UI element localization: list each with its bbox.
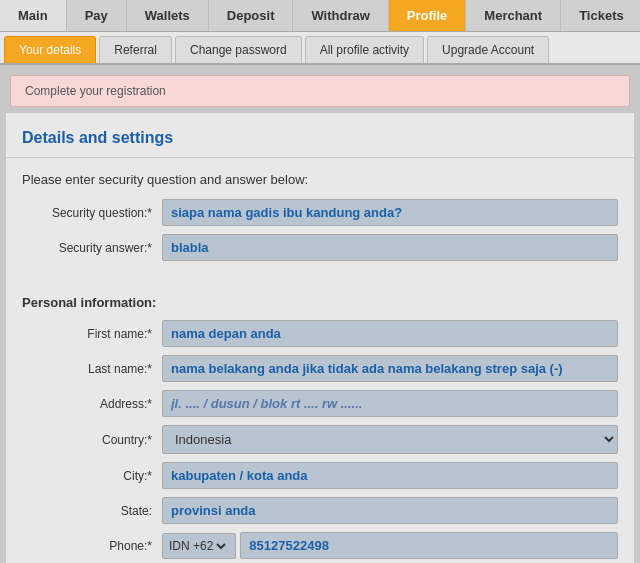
nav-withdraw[interactable]: Withdraw: [293, 0, 388, 31]
city-row: City:*: [22, 462, 618, 489]
first-name-input[interactable]: [162, 320, 618, 347]
address-label: Address:*: [22, 397, 162, 411]
security-question-label: Security question:*: [22, 206, 162, 220]
nav-tickets[interactable]: Tickets: [561, 0, 640, 31]
security-answer-label: Security answer:*: [22, 241, 162, 255]
subnav-all-profile-activity[interactable]: All profile activity: [305, 36, 424, 63]
form-area: Please enter security question and answe…: [6, 172, 634, 559]
nav-merchant[interactable]: Merchant: [466, 0, 561, 31]
address-input[interactable]: [162, 390, 618, 417]
subnav-referral[interactable]: Referral: [99, 36, 172, 63]
last-name-row: Last name:*: [22, 355, 618, 382]
phone-prefix-display: IDN +62 ▼: [162, 533, 236, 559]
security-question-input[interactable]: [162, 199, 618, 226]
section-title: Details and settings: [6, 123, 634, 158]
first-name-row: First name:*: [22, 320, 618, 347]
personal-info-label: Personal information:: [22, 295, 618, 310]
city-label: City:*: [22, 469, 162, 483]
subnav-upgrade-account[interactable]: Upgrade Account: [427, 36, 549, 63]
main-content: Details and settings Please enter securi…: [6, 113, 634, 563]
city-input[interactable]: [162, 462, 618, 489]
country-label: Country:*: [22, 433, 162, 447]
phone-country-code: IDN +62: [169, 539, 213, 553]
phone-field-group: IDN +62 ▼: [162, 532, 618, 559]
phone-number-input[interactable]: [240, 532, 618, 559]
nav-pay[interactable]: Pay: [67, 0, 127, 31]
alert-text: Complete your registration: [25, 84, 166, 98]
security-answer-row: Security answer:*: [22, 234, 618, 261]
security-answer-input[interactable]: [162, 234, 618, 261]
address-row: Address:*: [22, 390, 618, 417]
alert-banner: Complete your registration: [10, 75, 630, 107]
last-name-label: Last name:*: [22, 362, 162, 376]
last-name-input[interactable]: [162, 355, 618, 382]
subnav-change-password[interactable]: Change password: [175, 36, 302, 63]
nav-wallets[interactable]: Wallets: [127, 0, 209, 31]
first-name-label: First name:*: [22, 327, 162, 341]
sub-nav: Your details Referral Change password Al…: [0, 32, 640, 65]
phone-row: Phone:* IDN +62 ▼: [22, 532, 618, 559]
phone-label: Phone:*: [22, 539, 162, 553]
phone-prefix-select[interactable]: ▼: [215, 538, 229, 554]
subnav-your-details[interactable]: Your details: [4, 36, 96, 63]
nav-deposit[interactable]: Deposit: [209, 0, 294, 31]
security-section-label: Please enter security question and answe…: [22, 172, 618, 187]
country-row: Country:* Indonesia: [22, 425, 618, 454]
nav-main[interactable]: Main: [0, 0, 67, 31]
nav-profile[interactable]: Profile: [389, 0, 466, 31]
top-nav: Main Pay Wallets Deposit Withdraw Profil…: [0, 0, 640, 32]
state-input[interactable]: [162, 497, 618, 524]
security-question-row: Security question:*: [22, 199, 618, 226]
state-row: State:: [22, 497, 618, 524]
state-label: State:: [22, 504, 162, 518]
country-select[interactable]: Indonesia: [162, 425, 618, 454]
